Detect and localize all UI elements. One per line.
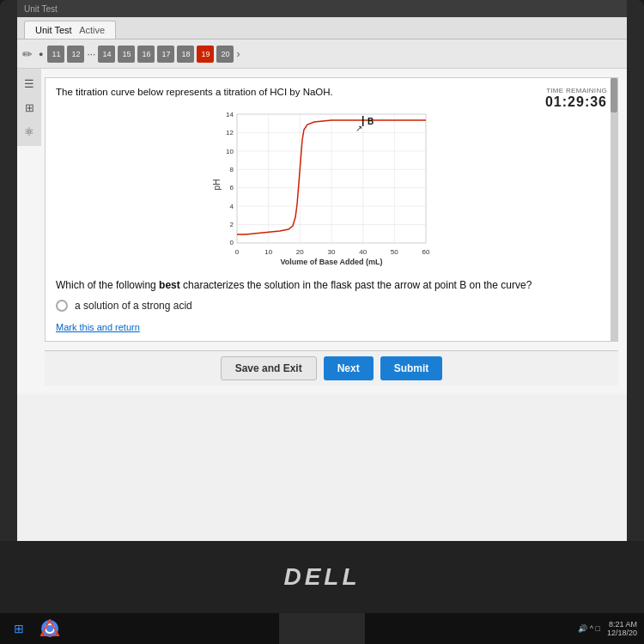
question-text-part1: Which of the following [56, 279, 159, 291]
dell-logo: DELL [283, 563, 360, 591]
svg-text:4: 4 [230, 203, 234, 210]
app-header: Unit Test [17, 0, 627, 17]
x-axis-label: Volume of Base Added (mL) [280, 258, 382, 266]
next-button[interactable]: Next [324, 356, 374, 380]
titration-chart: pH 14 12 10 8 6 4 2 0 0 10 20 [56, 106, 607, 269]
windows-icon[interactable]: ⊞ [7, 617, 31, 641]
question-16-btn[interactable]: 16 [137, 46, 155, 63]
svg-text:10: 10 [226, 148, 234, 155]
svg-text:6: 6 [230, 184, 234, 191]
mark-return-link[interactable]: Mark this and return [56, 322, 607, 332]
question-17-btn[interactable]: 17 [157, 46, 174, 63]
cursor-indicator: ↗ [355, 124, 362, 133]
active-tab[interactable]: Unit Test Active [24, 21, 116, 39]
y-axis-label: pH [212, 179, 222, 191]
question-19-btn[interactable]: 19 [197, 46, 214, 63]
question-text-part2: characterizes the solution in the flask … [180, 279, 532, 291]
svg-text:12: 12 [226, 129, 234, 137]
question-20-btn[interactable]: 20 [216, 46, 234, 63]
svg-text:0: 0 [235, 248, 240, 256]
svg-text:60: 60 [422, 248, 430, 256]
svg-text:50: 50 [391, 248, 398, 256]
save-exit-button[interactable]: Save and Exit [221, 356, 317, 380]
scrollbar-track[interactable] [611, 78, 617, 341]
taskbar-date: 12/18/20 [607, 629, 637, 637]
chrome-icon[interactable] [38, 617, 62, 641]
point-b-label: B [368, 117, 374, 126]
svg-text:40: 40 [359, 248, 367, 256]
svg-text:0: 0 [230, 239, 234, 246]
clock-area: 8:21 AM 12/18/20 [607, 620, 637, 637]
menu-icon[interactable]: ☰ [21, 76, 37, 91]
question-15-btn[interactable]: 15 [118, 46, 135, 63]
svg-text:14: 14 [226, 111, 234, 118]
ellipsis-2: › [236, 48, 240, 60]
tab-row: Unit Test Active [17, 17, 627, 39]
question-bold: best [159, 279, 180, 291]
sidebar-tools: ☰ ⊞ ⚛ [17, 69, 41, 146]
app-title: Unit Test [24, 4, 58, 14]
svg-text:2: 2 [230, 221, 234, 228]
ellipsis-1: ··· [87, 48, 95, 60]
timer-label: TIME REMAINING [545, 87, 607, 94]
svg-text:20: 20 [296, 248, 304, 256]
scrollbar-thumb[interactable] [611, 78, 617, 112]
timer-area: TIME REMAINING 01:29:36 [545, 87, 607, 110]
svg-point-33 [46, 625, 53, 632]
taskbar-time: 8:21 AM [607, 620, 637, 629]
taskbar-right: 🔊 ^ □ 8:21 AM 12/18/20 [578, 620, 637, 637]
question-18-btn[interactable]: 18 [177, 46, 194, 63]
question-11-btn[interactable]: 11 [47, 46, 64, 63]
system-icons: 🔊 ^ □ [578, 624, 600, 633]
svg-text:8: 8 [230, 166, 234, 173]
grid-icon[interactable]: ⊞ [21, 100, 37, 115]
bullet-icon: ● [39, 50, 43, 58]
answer-text-1: a solution of a strong acid [75, 300, 192, 312]
radio-button-1[interactable] [56, 300, 68, 312]
question-number-toolbar: ✏ ● 11 12 ··· 14 15 16 17 18 19 20 › [17, 39, 627, 69]
atom-icon[interactable]: ⚛ [21, 124, 37, 139]
pencil-icon: ✏ [22, 47, 33, 61]
answer-option-1[interactable]: a solution of a strong acid [56, 300, 607, 312]
question-12-btn[interactable]: 12 [67, 46, 84, 63]
monitor-bottom: DELL [0, 541, 644, 613]
tab-label: Unit Test [35, 25, 72, 35]
chrome-svg [40, 619, 59, 638]
submit-button[interactable]: Submit [380, 356, 443, 380]
svg-text:10: 10 [264, 248, 272, 256]
chart-svg: pH 14 12 10 8 6 4 2 0 0 10 20 [203, 106, 460, 269]
timer-value: 01:29:36 [545, 94, 607, 110]
tab-status: Active [79, 25, 105, 35]
content-body: TIME REMAINING 01:29:36 The titration cu… [45, 77, 618, 342]
question-area: ☰ ⊞ ⚛ TIME REMAINING 01:29:36 The titrat… [17, 69, 627, 394]
question-14-btn[interactable]: 14 [98, 46, 115, 63]
question-section: Which of the following best characterize… [56, 277, 554, 293]
bottom-buttons-bar: Save and Exit Next Submit [45, 350, 618, 386]
svg-text:30: 30 [328, 248, 336, 256]
question-prompt: The titration curve below represents a t… [56, 87, 485, 97]
monitor-stand [279, 613, 365, 644]
